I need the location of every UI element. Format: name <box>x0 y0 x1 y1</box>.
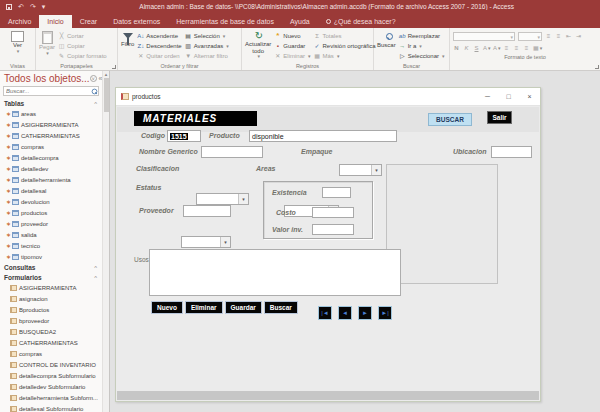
nav-search-icon[interactable] <box>92 88 98 94</box>
tab-archivo[interactable]: Archivo <box>0 15 39 28</box>
form-list-item[interactable]: CONTROL DE INVENTARIO <box>0 359 102 370</box>
nav-search-input[interactable] <box>4 88 91 94</box>
tab-datos-externos[interactable]: Datos externos <box>105 15 168 28</box>
bold-button[interactable]: N <box>453 45 460 51</box>
form-window-titlebar[interactable]: productos ─ □ × <box>116 88 540 106</box>
table-list-item[interactable]: ∗ detallesal <box>0 185 102 196</box>
ascendente-button[interactable]: A↓ Ascendente <box>137 31 181 41</box>
totales-button[interactable]: Σ Totales <box>314 31 376 41</box>
increase-indent-icon[interactable]: ⇥ <box>575 33 582 39</box>
tab-ayuda[interactable]: Ayuda <box>282 15 318 28</box>
table-list-item[interactable]: ∗ CATHERRAMIENTAS <box>0 130 102 141</box>
record-nav-button[interactable]: |◄ <box>318 306 332 320</box>
form-list-item[interactable]: BUSQUEDA2 <box>0 326 102 337</box>
font-name-combo[interactable] <box>453 32 515 41</box>
pegar-button[interactable]: Pegar <box>39 29 55 56</box>
table-list-item[interactable]: ∗ detalledev <box>0 163 102 174</box>
table-list-item[interactable]: ∗ detallecompra <box>0 152 102 163</box>
buscar-ribbon-button[interactable]: Buscar <box>377 29 396 49</box>
copiar-formato-button[interactable]: ✎ Copiar formato <box>58 51 107 61</box>
font-size-combo[interactable] <box>518 32 542 41</box>
undo-icon[interactable]: ↶ <box>18 3 24 10</box>
table-list-item[interactable]: ∗ areas <box>0 108 102 119</box>
costo-field[interactable] <box>312 207 354 218</box>
valor-inv-field[interactable] <box>312 224 354 235</box>
ver-button[interactable]: Ver <box>11 29 24 54</box>
formato-dialog-launcher-icon[interactable] <box>595 65 599 69</box>
record-nav-button[interactable]: ► <box>358 306 372 320</box>
producto-field[interactable]: disponible <box>249 130 397 142</box>
existencia-field[interactable] <box>322 187 351 198</box>
copiar-button[interactable]: ◫ Copiar <box>58 41 107 51</box>
table-list-item[interactable]: ∗ tipomov <box>0 251 102 262</box>
gridlines-icon[interactable]: ▦ <box>533 45 540 51</box>
cortar-button[interactable]: ╳ Cortar <box>58 31 107 41</box>
form-list-item[interactable]: bproveedor <box>0 315 102 326</box>
window-close-icon[interactable]: × <box>519 88 540 105</box>
consultas-collapse-icon[interactable]: ^ <box>94 265 97 271</box>
codigo-field[interactable]: 1515 <box>167 130 201 142</box>
numbered-list-icon[interactable]: ≡ <box>555 33 562 39</box>
font-color-icon[interactable]: A <box>483 45 490 51</box>
window-minimize-icon[interactable]: ─ <box>477 88 498 105</box>
tell-me-box[interactable]: ¿Qué desea hacer? <box>318 15 404 28</box>
form-action-button[interactable]: Buscar <box>264 301 298 314</box>
nav-group-tablas[interactable]: Tablas ^ <box>0 98 102 108</box>
avanzadas-button[interactable]: ▥ Avanzadas <box>185 41 229 51</box>
align-left-icon[interactable]: ≡ <box>503 45 510 51</box>
form-list-item[interactable]: detallesal Subformulario <box>0 403 102 412</box>
usos-field[interactable] <box>149 249 401 296</box>
table-list-item[interactable]: ∗ proveedor <box>0 218 102 229</box>
mas-button[interactable]: ▦ Más <box>314 51 376 61</box>
table-list-item[interactable]: ∗ salida <box>0 229 102 240</box>
filtro-button[interactable]: Filtro <box>121 29 134 48</box>
nav-pane-scrollbar[interactable]: ▴ <box>102 71 109 412</box>
alternar-filtro-button[interactable]: ▼ Alternar filtro <box>185 51 229 61</box>
quitar-orden-button[interactable]: ✕ Quitar orden <box>137 51 181 61</box>
table-list-item[interactable]: ∗ devolucion <box>0 196 102 207</box>
ubicacion-field[interactable] <box>491 146 532 158</box>
record-nav-button[interactable]: ◄ <box>338 306 352 320</box>
seleccionar-button[interactable]: ▷ Seleccionar <box>399 51 445 61</box>
reemplazar-button[interactable]: ab Reemplazar <box>399 31 445 41</box>
underline-button[interactable]: S <box>473 45 480 51</box>
tab-inicio[interactable]: Inicio <box>39 15 71 28</box>
formularios-collapse-icon[interactable]: ^ <box>94 275 97 281</box>
eliminar-registro-button[interactable]: ✕ Eliminar <box>274 51 310 61</box>
align-right-icon[interactable]: ≡ <box>523 45 530 51</box>
clasificacion-combo[interactable] <box>196 193 249 205</box>
descendente-button[interactable]: Z↓ Descendente <box>137 41 181 51</box>
record-nav-button[interactable]: ►| <box>378 306 392 320</box>
seleccion-button[interactable]: ▤ Selección <box>185 31 229 41</box>
window-maximize-icon[interactable]: □ <box>498 88 519 105</box>
save-icon[interactable] <box>6 4 12 10</box>
portapapeles-dialog-launcher-icon[interactable] <box>112 65 116 69</box>
nav-group-formularios[interactable]: Formularios ^ <box>0 272 102 282</box>
guardar-registro-button[interactable]: ▪ Guardar <box>274 41 310 51</box>
form-horizontal-scrollbar[interactable] <box>117 391 539 400</box>
empaque-combo[interactable] <box>339 164 382 176</box>
estatus-combo[interactable] <box>181 236 231 248</box>
decrease-indent-icon[interactable]: ⇤ <box>565 33 572 39</box>
table-list-item[interactable]: ∗ productos <box>0 207 102 218</box>
actualizar-todo-button[interactable]: ↻ Actualizar todo <box>245 29 271 60</box>
table-list-item[interactable]: ∗ tecnico <box>0 240 102 251</box>
table-list-item[interactable]: ∗ detalleherramienta <box>0 174 102 185</box>
form-list-item[interactable]: Bproductos <box>0 304 102 315</box>
buscar-top-button[interactable]: BUSCAR <box>428 113 472 126</box>
salir-button[interactable]: Salir <box>487 111 512 124</box>
proveedor-field[interactable] <box>183 205 231 217</box>
nav-scroll-thumb[interactable] <box>104 78 109 112</box>
form-list-item[interactable]: compras <box>0 348 102 359</box>
ir-a-button[interactable]: → Ir a <box>399 41 445 51</box>
highlight-color-icon[interactable]: A <box>493 45 500 51</box>
tab-herramientas[interactable]: Herramientas de base de datos <box>168 15 282 28</box>
table-list-item[interactable]: ∗ ASIGHERRAMIENTA <box>0 119 102 130</box>
form-action-button[interactable]: Guardar <box>225 301 262 314</box>
form-list-item[interactable]: CATHERRAMIENTAS <box>0 337 102 348</box>
align-center-icon[interactable]: ≡ <box>513 45 520 51</box>
nombre-generico-field[interactable] <box>201 146 263 158</box>
form-action-button[interactable]: Eliminar <box>185 301 223 314</box>
customize-qat-icon[interactable]: ▾ <box>42 3 46 10</box>
tab-crear[interactable]: Crear <box>72 15 106 28</box>
